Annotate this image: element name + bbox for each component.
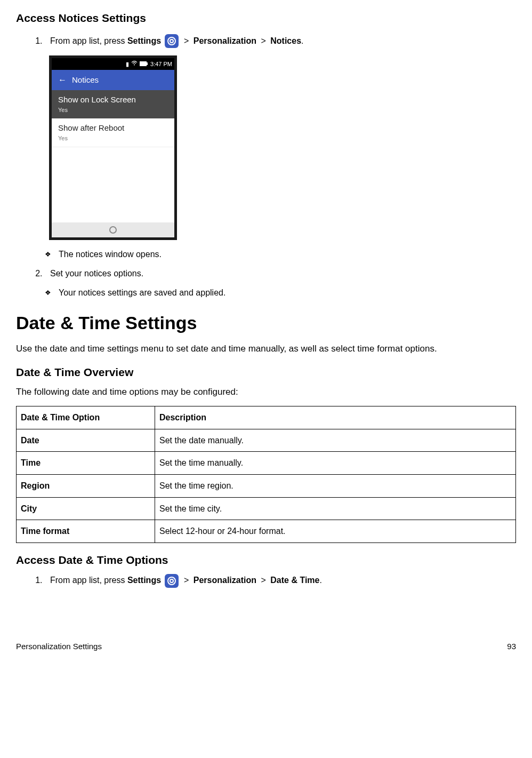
table-intro: The following date and time options may … xyxy=(16,386,516,398)
step1-settings-label: Settings xyxy=(127,576,161,585)
svg-point-2 xyxy=(134,64,135,65)
phone-item-value: Yes xyxy=(58,106,168,114)
table-row: Region Set the time region. xyxy=(17,475,516,498)
table-row: City Set the time city. xyxy=(17,497,516,520)
step1-path1: Personalization xyxy=(194,576,256,585)
svg-rect-4 xyxy=(147,62,148,65)
td-desc: Set the time manually. xyxy=(155,452,516,475)
step-1-dt: From app list, press Settings > Personal… xyxy=(45,574,516,588)
td-desc: Select 12-hour or 24-hour format. xyxy=(155,520,516,543)
svg-point-1 xyxy=(170,39,173,43)
phone-title: Notices xyxy=(72,75,99,85)
th-option: Date & Time Option xyxy=(17,406,155,429)
table-row: Time Set the time manually. xyxy=(17,452,516,475)
bullet-text: The notices window opens. xyxy=(59,250,162,259)
home-circle-icon xyxy=(109,226,117,234)
heading-access-dt-options: Access Date & Time Options xyxy=(16,553,516,568)
settings-gear-icon xyxy=(165,34,179,48)
svg-point-6 xyxy=(170,579,173,583)
step1-settings-label: Settings xyxy=(127,36,161,45)
step1-path2: Date & Time xyxy=(270,576,319,585)
step-2: Set your notices options. xyxy=(45,268,516,280)
battery-icon xyxy=(140,60,148,68)
bullets-notices-1: The notices window opens. xyxy=(16,249,516,260)
svg-point-0 xyxy=(168,37,175,45)
breadcrumb-separator: > xyxy=(261,576,265,585)
table-row: Time format Select 12-hour or 24-hour fo… xyxy=(17,520,516,543)
phone-clock: 3:47 PM xyxy=(150,60,172,68)
settings-gear-icon xyxy=(165,574,179,588)
heading-dt-overview: Date & Time Overview xyxy=(16,365,516,380)
step1-prefix: From app list, press xyxy=(50,36,127,45)
period: . xyxy=(319,576,321,585)
breadcrumb-separator: > xyxy=(184,576,189,585)
breadcrumb-separator: > xyxy=(184,36,189,45)
step2-text: Set your notices options. xyxy=(50,269,143,278)
steps-notices-2: Set your notices options. xyxy=(16,268,516,280)
step1-path1: Personalization xyxy=(194,36,256,45)
date-time-options-table: Date & Time Option Description Date Set … xyxy=(16,406,516,543)
td-option: Region xyxy=(17,475,155,498)
phone-navbar xyxy=(52,222,174,237)
footer-page-number: 93 xyxy=(507,641,516,652)
phone-item-label: Show after Reboot xyxy=(58,123,168,133)
phone-item-lockscreen: Show on Lock Screen Yes xyxy=(52,90,174,118)
td-desc: Set the date manually. xyxy=(155,429,516,452)
bullets-notices-2: Your notices settings are saved and appl… xyxy=(16,287,516,299)
step-1: From app list, press Settings > Personal… xyxy=(45,34,516,48)
heading-date-time: Date & Time Settings xyxy=(16,311,516,336)
back-arrow-icon: ← xyxy=(58,74,67,86)
footer-left: Personalization Settings xyxy=(16,641,102,652)
phone-item-reboot: Show after Reboot Yes xyxy=(52,118,174,147)
steps-dt: From app list, press Settings > Personal… xyxy=(16,574,516,588)
svg-point-5 xyxy=(168,577,175,585)
svg-rect-3 xyxy=(140,61,147,66)
bullet-notices-opens: The notices window opens. xyxy=(45,249,516,260)
td-option: Time format xyxy=(17,520,155,543)
step1-path2: Notices xyxy=(270,36,301,45)
wifi-icon xyxy=(131,60,138,68)
step1-prefix: From app list, press xyxy=(50,576,127,585)
table-header-row: Date & Time Option Description xyxy=(17,406,516,429)
th-description: Description xyxy=(155,406,516,429)
page-footer: Personalization Settings 93 xyxy=(16,641,516,652)
phone-screenshot-notices: ▮ 3:47 PM ← Notices Show on Lock Screen … xyxy=(49,55,177,240)
phone-item-value: Yes xyxy=(58,134,168,142)
td-desc: Set the time city. xyxy=(155,497,516,520)
td-desc: Set the time region. xyxy=(155,475,516,498)
heading-access-notices: Access Notices Settings xyxy=(16,11,516,26)
td-option: Date xyxy=(17,429,155,452)
phone-item-label: Show on Lock Screen xyxy=(58,94,168,105)
phone-titlebar: ← Notices xyxy=(52,70,174,90)
td-option: Time xyxy=(17,452,155,475)
date-time-intro: Use the date and time settings menu to s… xyxy=(16,343,516,355)
steps-notices: From app list, press Settings > Personal… xyxy=(16,34,516,48)
bullet-notices-saved: Your notices settings are saved and appl… xyxy=(45,287,516,299)
breadcrumb-separator: > xyxy=(261,36,265,45)
table-row: Date Set the date manually. xyxy=(17,429,516,452)
td-option: City xyxy=(17,497,155,520)
signal-icon: ▮ xyxy=(126,60,129,68)
period: . xyxy=(301,36,303,45)
phone-status-bar: ▮ 3:47 PM xyxy=(52,58,174,70)
bullet-text: Your notices settings are saved and appl… xyxy=(59,288,225,297)
